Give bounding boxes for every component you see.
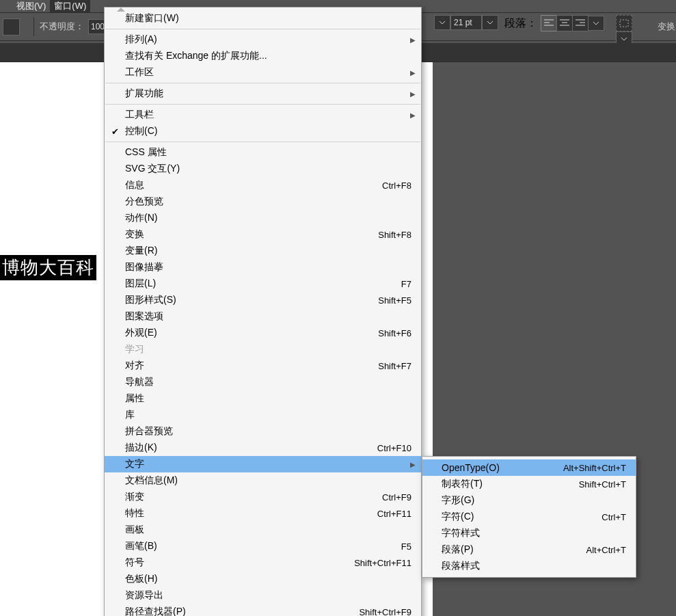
menu-separator (105, 142, 420, 142)
menu-item-label: 色板(H) (125, 573, 411, 585)
menu-item[interactable]: 导航器 (105, 374, 421, 390)
menu-item-label: 符号 (125, 557, 354, 569)
menu-item-label: 画笔(B) (125, 540, 401, 552)
paragraph-label: 段落： (504, 16, 537, 31)
submenu-arrow-icon: ▶ (410, 69, 416, 77)
size-dropdown-icon[interactable] (434, 15, 450, 30)
menu-item[interactable]: SVG 交互(Y) (105, 161, 421, 177)
menu-item[interactable]: 拼合器预览 (105, 423, 421, 440)
menu-shortcut: Shift+F8 (378, 230, 411, 240)
menu-item-label: 控制(C) (125, 125, 411, 137)
menu-item[interactable]: 画板 (105, 522, 421, 538)
submenu-arrow-icon: ▶ (410, 36, 416, 44)
menu-window[interactable]: 窗口(W) (50, 0, 90, 12)
menu-separator (105, 83, 420, 83)
menu-item[interactable]: 图形样式(S)Shift+F5 (105, 292, 421, 308)
submenu-shortcut: Alt+Shift+Ctrl+T (563, 463, 626, 473)
menu-item[interactable]: 图案选项 (105, 308, 421, 325)
submenu-item[interactable]: 字符样式 (422, 525, 636, 541)
menu-item-label: CSS 属性 (125, 146, 411, 159)
align-left-icon[interactable] (541, 15, 557, 31)
menu-item-label: 信息 (125, 179, 382, 191)
check-icon: ✔ (105, 126, 125, 137)
submenu-arrow-icon: ▶ (410, 90, 416, 98)
menu-item[interactable]: 文字▶ (105, 456, 421, 472)
menu-item[interactable]: 图像描摹 (105, 259, 421, 276)
menu-item[interactable]: 动作(N) (105, 210, 421, 226)
align-center-icon[interactable] (556, 15, 573, 31)
submenu-item-label: 字形(G) (442, 494, 626, 507)
menu-item-label: 文档信息(M) (125, 474, 411, 487)
menu-item[interactable]: 变量(R) (105, 243, 421, 259)
canvas-text-object[interactable]: 博物大百科 (0, 255, 96, 280)
menu-separator (105, 104, 420, 105)
grid-icon[interactable] (616, 15, 632, 31)
menu-item-label: 文字 (125, 458, 411, 470)
align-right-icon[interactable] (572, 15, 589, 31)
menu-item[interactable]: 路径查找器(P)Shift+Ctrl+F9 (105, 604, 421, 616)
menu-shortcut: F7 (401, 279, 411, 289)
opacity-label: 不透明度： (40, 21, 84, 33)
menu-item[interactable]: ✔控制(C) (105, 123, 421, 139)
menu-shortcut: F5 (401, 541, 411, 552)
menu-item-label: SVG 交互(Y) (125, 163, 411, 175)
submenu-item[interactable]: 字符(C)Ctrl+T (422, 509, 636, 525)
menu-item[interactable]: 排列(A)▶ (105, 31, 421, 48)
menu-item[interactable]: 分色预览 (105, 193, 421, 210)
menu-item-label: 导航器 (125, 376, 411, 388)
transform-label[interactable]: 变换 (658, 21, 675, 33)
menu-item[interactable]: 变换Shift+F8 (105, 226, 421, 243)
submenu-item-label: OpenType(O) (442, 462, 563, 473)
menu-item[interactable]: CSS 属性 (105, 144, 421, 161)
menu-shortcut: Shift+F7 (378, 361, 411, 371)
menu-item-label: 画板 (125, 524, 411, 536)
submenu-item[interactable]: OpenType(O)Alt+Shift+Ctrl+T (422, 459, 636, 476)
font-size-input[interactable]: 21 pt (450, 15, 482, 30)
menu-item[interactable]: 属性 (105, 390, 421, 407)
menu-shortcut: Ctrl+F10 (377, 443, 411, 453)
submenu-item[interactable]: 段落样式 (422, 558, 636, 574)
submenu-item[interactable]: 字形(G) (422, 492, 636, 509)
submenu-shortcut: Shift+Ctrl+T (579, 479, 626, 490)
menu-item[interactable]: 符号Shift+Ctrl+F11 (105, 554, 421, 571)
submenu-item[interactable]: 段落(P)Alt+Ctrl+T (422, 541, 636, 558)
menu-item[interactable]: 特性Ctrl+F11 (105, 505, 421, 522)
size-stepper[interactable] (482, 15, 498, 30)
menu-view[interactable]: 视图(V) (12, 0, 50, 12)
menu-item-label: 排列(A) (125, 34, 411, 46)
menu-item-label: 分色预览 (125, 196, 411, 208)
menu-item[interactable]: 扩展功能▶ (105, 85, 421, 102)
menu-item[interactable]: 查找有关 Exchange 的扩展功能... (105, 48, 421, 64)
fill-swatch[interactable] (3, 18, 20, 36)
window-menu-dropdown: 新建窗口(W)排列(A)▶查找有关 Exchange 的扩展功能...工作区▶扩… (104, 7, 422, 616)
menu-item-label: 对齐 (125, 360, 378, 372)
menu-item[interactable]: 外观(E)Shift+F6 (105, 325, 421, 341)
menu-shortcut: Ctrl+F8 (382, 180, 411, 191)
menu-item[interactable]: 描边(K)Ctrl+F10 (105, 440, 421, 456)
menu-item[interactable]: 资源导出 (105, 587, 421, 604)
menu-item[interactable]: 工具栏▶ (105, 107, 421, 123)
menu-item[interactable]: 画笔(B)F5 (105, 538, 421, 554)
menu-item-label: 描边(K) (125, 442, 377, 454)
font-size-group: 21 pt (434, 15, 498, 30)
align-more-icon[interactable] (588, 16, 604, 31)
menu-item[interactable]: 工作区▶ (105, 64, 421, 81)
menu-item[interactable]: 文档信息(M) (105, 472, 421, 489)
menu-item-label: 资源导出 (125, 589, 411, 602)
menu-item-label: 动作(N) (125, 212, 411, 224)
menu-item-label: 拼合器预览 (125, 425, 411, 438)
paragraph-align-group: 段落： (504, 15, 604, 31)
menu-item[interactable]: 信息Ctrl+F8 (105, 177, 421, 193)
menu-shortcut: Ctrl+F9 (382, 492, 411, 503)
menu-item[interactable]: 新建窗口(W) (105, 10, 421, 27)
menu-item[interactable]: 色板(H) (105, 571, 421, 587)
menu-item-label: 工具栏 (125, 109, 411, 121)
svg-rect-0 (620, 20, 628, 27)
menu-item[interactable]: 库 (105, 407, 421, 423)
menu-item[interactable]: 图层(L)F7 (105, 276, 421, 292)
menu-item[interactable]: 渐变Ctrl+F9 (105, 489, 421, 505)
menu-shortcut: Ctrl+F11 (377, 509, 411, 519)
submenu-item[interactable]: 制表符(T)Shift+Ctrl+T (422, 476, 636, 492)
menu-item[interactable]: 对齐Shift+F7 (105, 358, 421, 374)
menu-item-label: 图形样式(S) (125, 294, 378, 306)
